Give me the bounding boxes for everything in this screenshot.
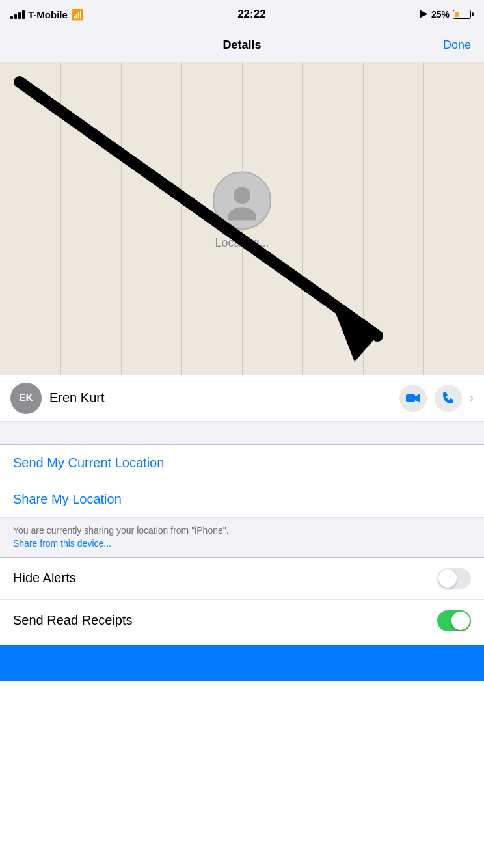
svg-marker-5 [415, 394, 420, 403]
section-separator-1 [0, 422, 484, 445]
share-from-device-link[interactable]: Share from this device... [13, 538, 111, 549]
locating-avatar [213, 171, 271, 230]
done-button[interactable]: Done [443, 38, 471, 52]
bottom-action-bar[interactable] [0, 645, 484, 681]
phone-call-button[interactable] [435, 385, 462, 412]
battery-icon [453, 10, 474, 19]
location-icon: ⯈ [420, 10, 428, 20]
send-current-location-item[interactable]: Send My Current Location [0, 445, 484, 481]
battery-percent: 25% [431, 9, 450, 20]
status-bar: T-Mobile 📶 22:22 ⯈ 25% [0, 0, 484, 29]
status-right: ⯈ 25% [420, 9, 474, 20]
location-info-text: You are currently sharing your location … [13, 525, 229, 536]
share-location-item[interactable]: Share My Location [0, 481, 484, 518]
status-time: 22:22 [237, 8, 265, 21]
send-read-receipts-knob [451, 612, 470, 630]
nav-bar: Details Done [0, 29, 484, 62]
send-read-receipts-item: Send Read Receipts [0, 600, 484, 642]
hide-alerts-toggle[interactable] [437, 568, 471, 589]
send-read-receipts-toggle[interactable] [437, 610, 471, 631]
contact-avatar: EK [10, 383, 42, 414]
contact-actions: › [399, 385, 474, 412]
hide-alerts-item: Hide Alerts [0, 558, 484, 600]
wifi-icon: 📶 [71, 8, 84, 21]
page-title: Details [222, 38, 261, 52]
svg-rect-4 [406, 394, 415, 402]
send-read-receipts-label: Send Read Receipts [13, 613, 132, 628]
location-info-section: You are currently sharing your location … [0, 518, 484, 558]
svg-point-1 [228, 207, 256, 220]
hide-alerts-label: Hide Alerts [13, 571, 76, 586]
map-area: Locating... [0, 62, 484, 375]
contact-name: Eren Kurt [49, 390, 392, 405]
signal-bars [10, 10, 25, 19]
locating-text: Locating... [215, 236, 269, 250]
hide-alerts-knob [438, 569, 457, 588]
send-current-location-label: Send My Current Location [13, 455, 164, 470]
chevron-right-icon: › [470, 391, 474, 405]
contact-initials: EK [19, 392, 33, 404]
status-left: T-Mobile 📶 [10, 8, 84, 21]
svg-point-0 [234, 187, 250, 204]
share-location-label: Share My Location [13, 492, 122, 507]
carrier-name: T-Mobile [28, 9, 68, 20]
video-call-button[interactable] [399, 385, 427, 412]
map-center: Locating... [213, 171, 271, 250]
contact-row[interactable]: EK Eren Kurt › [0, 375, 484, 422]
